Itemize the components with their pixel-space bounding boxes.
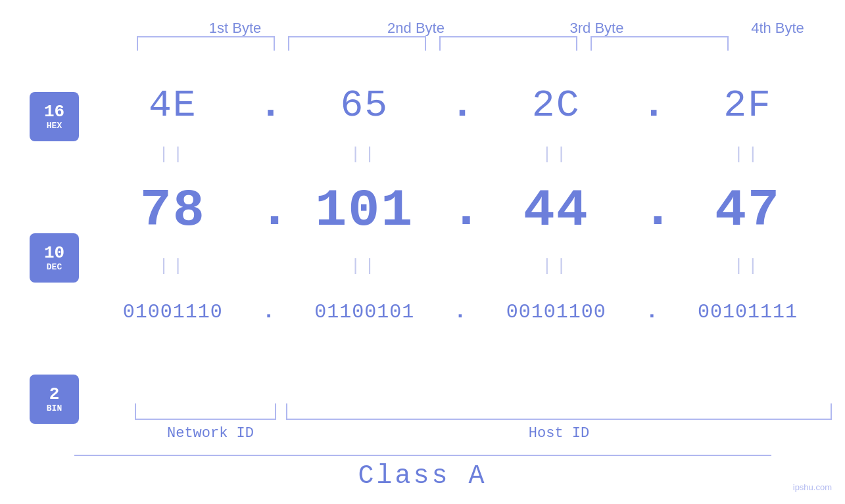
dec-number: 10 (44, 244, 64, 263)
hex-val-3: 2C (481, 84, 632, 127)
dot-dec-1: . (259, 184, 279, 237)
host-bracket (286, 403, 832, 420)
eq-6: || (289, 256, 440, 276)
equals-row-2: || || || || (92, 250, 829, 283)
eq-8: || (672, 256, 823, 276)
hex-row: 4E . 65 . 2C . 2F (92, 72, 829, 138)
dot-hex-1: . (259, 85, 279, 125)
dec-badge: 10 DEC (30, 233, 79, 283)
host-id-label: Host ID (286, 425, 832, 442)
bottom-section: Network ID Host ID (135, 403, 832, 442)
eq-4: || (672, 145, 823, 164)
base-labels: 16 HEX 10 DEC 2 BIN (30, 92, 79, 424)
top-brackets (130, 36, 735, 51)
byte-headers: 1st Byte 2nd Byte 3rd Byte 4th Byte (145, 20, 845, 37)
dot-hex-2: . (450, 85, 470, 125)
network-bracket (135, 403, 276, 420)
dec-val-1: 78 (97, 181, 249, 241)
top-bracket-2 (288, 36, 426, 51)
eq-5: || (97, 256, 249, 276)
top-bracket-4 (591, 36, 729, 51)
class-label: Class A (358, 461, 487, 491)
bin-val-1: 01001110 (97, 301, 249, 323)
dot-dec-2: . (450, 184, 470, 237)
eq-3: || (481, 145, 632, 164)
dot-bin-2: . (450, 302, 470, 323)
class-bracket-line (74, 455, 771, 456)
dot-bin-3: . (642, 302, 662, 323)
dec-text: DEC (47, 262, 62, 272)
main-container: 1st Byte 2nd Byte 3rd Byte 4th Byte 16 H… (0, 0, 845, 504)
dot-dec-3: . (642, 184, 662, 237)
class-row: Class A (0, 455, 845, 491)
byte-header-2: 2nd Byte (341, 20, 492, 37)
hex-number: 16 (44, 103, 64, 122)
label-row: Network ID Host ID (135, 425, 832, 442)
hex-text: HEX (47, 121, 62, 131)
bin-val-3: 00101100 (481, 301, 632, 323)
equals-row-1: || || || || (92, 138, 829, 171)
bracket-row (135, 403, 832, 420)
bin-val-2: 01100101 (289, 301, 440, 323)
eq-7: || (481, 256, 632, 276)
network-id-label: Network ID (135, 425, 286, 442)
hex-badge: 16 HEX (30, 92, 79, 141)
byte-header-4: 4th Byte (702, 20, 846, 37)
bin-number: 2 (49, 385, 60, 404)
bin-row: 01001110 . 01100101 . 00101100 . 0010111… (92, 283, 829, 342)
bin-badge: 2 BIN (30, 375, 79, 424)
eq-1: || (97, 145, 249, 164)
dot-hex-3: . (642, 85, 662, 125)
hex-val-2: 65 (289, 84, 440, 127)
dec-val-4: 47 (672, 181, 823, 241)
bin-text: BIN (47, 403, 62, 413)
hex-val-4: 2F (672, 84, 823, 127)
bin-val-4: 00101111 (672, 301, 823, 323)
hex-val-1: 4E (97, 84, 249, 127)
dec-row: 78 . 101 . 44 . 47 (92, 171, 829, 250)
top-bracket-3 (439, 36, 577, 51)
byte-header-1: 1st Byte (160, 20, 311, 37)
dec-val-3: 44 (481, 181, 632, 241)
byte-header-3: 3rd Byte (521, 20, 673, 37)
data-grid: 4E . 65 . 2C . 2F || || || || 78 . 101 .… (92, 72, 829, 342)
eq-2: || (289, 145, 440, 164)
dot-bin-1: . (259, 302, 279, 323)
top-bracket-1 (137, 36, 275, 51)
dec-val-2: 101 (289, 181, 440, 241)
watermark: ipshu.com (793, 482, 832, 492)
